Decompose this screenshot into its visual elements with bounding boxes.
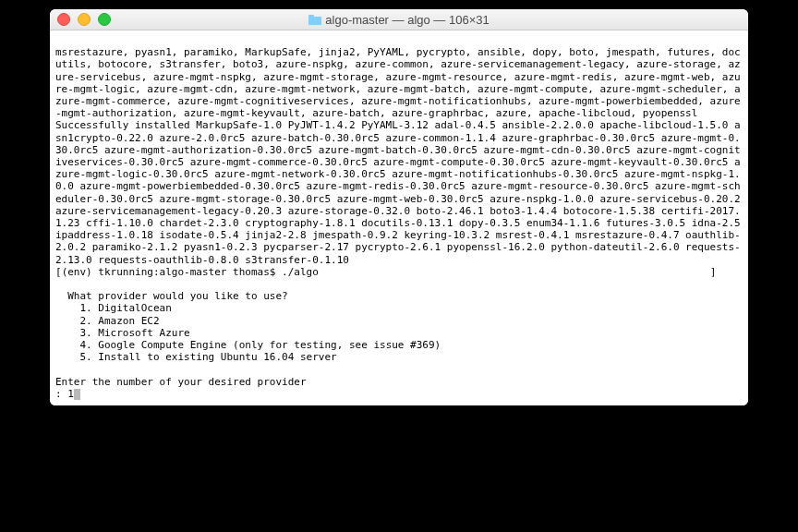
minimize-icon[interactable]: [78, 13, 91, 26]
titlebar: algo-master — algo — 106×31: [50, 9, 748, 30]
enter-prompt: Enter the number of your desired provide…: [55, 376, 307, 388]
zoom-icon[interactable]: [98, 13, 111, 26]
prompt-close-bracket: ]: [710, 266, 717, 278]
traffic-lights: [50, 13, 111, 26]
output-success: Successfully installed MarkupSafe-1.0 Py…: [55, 119, 746, 265]
terminal-window: algo-master — algo — 106×31 msrestazure,…: [50, 9, 748, 405]
user-input[interactable]: 1: [67, 388, 74, 400]
shell-prompt: (env) tkrunning:algo-master thomas$: [62, 266, 276, 278]
close-icon[interactable]: [57, 13, 70, 26]
provider-option-2: 2. Amazon EC2: [55, 315, 160, 327]
provider-option-4: 4. Google Compute Engine (only for testi…: [55, 339, 441, 351]
window-title: algo-master — algo — 106×31: [50, 13, 748, 27]
cursor: [74, 389, 80, 400]
output-packages: msrestazure, pyasn1, paramiko, MarkupSaf…: [55, 46, 741, 119]
window-title-text: algo-master — algo — 106×31: [325, 13, 489, 27]
provider-option-5: 5. Install to existing Ubuntu 16.04 serv…: [55, 351, 337, 363]
prompt-open-bracket: [: [55, 266, 62, 278]
input-prefix: :: [55, 388, 67, 400]
folder-icon: [308, 15, 321, 25]
terminal-body[interactable]: msrestazure, pyasn1, paramiko, MarkupSaf…: [50, 30, 748, 405]
provider-option-1: 1. DigitalOcean: [55, 302, 172, 314]
shell-command: ./algo: [275, 266, 318, 278]
provider-option-3: 3. Microsoft Azure: [55, 327, 190, 339]
provider-question: What provider would you like to use?: [55, 290, 288, 302]
